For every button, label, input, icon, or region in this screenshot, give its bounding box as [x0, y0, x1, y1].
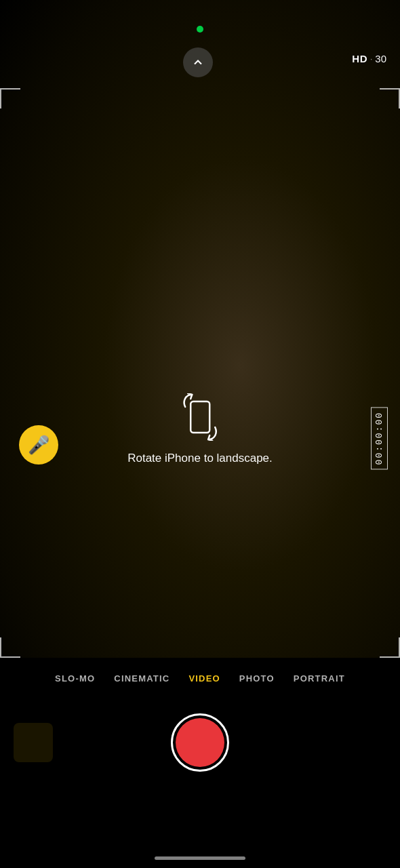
mode-slo-mo[interactable]: SLO-MO [55, 673, 95, 684]
record-button-inner [176, 718, 224, 767]
live-indicator: 🎤 [19, 425, 58, 465]
recording-timer: 00:00:00 [371, 407, 388, 469]
mode-portrait[interactable]: PORTRAIT [294, 673, 345, 684]
record-button[interactable] [171, 713, 229, 772]
corner-bracket-tr [380, 88, 400, 108]
bottom-bar: SLO-MO CINEMATIC VIDEO PHOTO PORTRAIT [0, 658, 400, 868]
corner-bracket-br [380, 637, 400, 658]
fps-label: 30 [375, 53, 386, 64]
mode-cinematic[interactable]: CINEMATIC [114, 673, 169, 684]
home-indicator [155, 856, 245, 860]
separator-dot: · [370, 54, 372, 64]
corner-bracket-bl [0, 637, 20, 658]
mode-video[interactable]: VIDEO [188, 673, 220, 684]
last-photo-thumbnail[interactable] [14, 723, 53, 762]
quality-badge: HD · 30 [352, 53, 386, 64]
camera-active-indicator [197, 26, 203, 33]
controls-toggle-button[interactable] [183, 47, 213, 77]
top-controls [0, 47, 400, 77]
quality-label: HD [352, 53, 367, 64]
rotate-prompt: Rotate iPhone to landscape. [127, 393, 273, 465]
capture-area [0, 698, 400, 787]
camera-viewfinder: HD · 30 00:00:00 Rotate iPhone to landsc… [0, 0, 400, 665]
mode-selector[interactable]: SLO-MO CINEMATIC VIDEO PHOTO PORTRAIT [0, 658, 400, 698]
live-icon: 🎤 [28, 435, 49, 456]
rotate-icon [180, 393, 220, 441]
corner-bracket-tl [0, 88, 20, 108]
mode-photo[interactable]: PHOTO [239, 673, 275, 684]
rotate-message: Rotate iPhone to landscape. [127, 452, 273, 465]
svg-rect-0 [191, 401, 209, 433]
